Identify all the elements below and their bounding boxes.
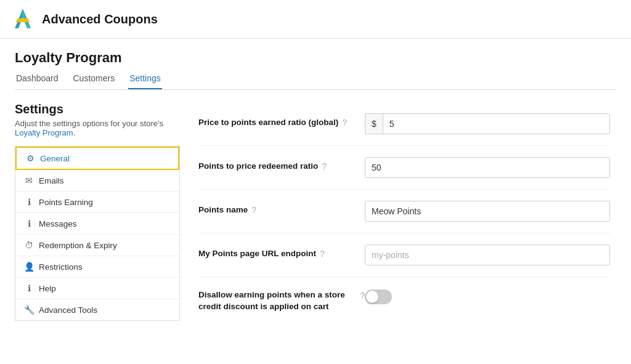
field-group-url-endpoint	[365, 245, 610, 265]
content-area: Settings Adjust the settings options for…	[15, 102, 616, 324]
tab-customers[interactable]: Customers	[72, 70, 116, 89]
sidebar-item-emails[interactable]: ✉ Emails	[15, 170, 179, 192]
main-form: Price to points earned ratio (global) ? …	[180, 102, 616, 324]
tabs: Dashboard Customers Settings	[15, 70, 616, 90]
sidebar: Settings Adjust the settings options for…	[15, 102, 180, 324]
label-group-price-to-points: Price to points earned ratio (global) ?	[198, 113, 365, 129]
page: Loyalty Program Dashboard Customers Sett…	[0, 39, 631, 324]
toggle-track	[365, 289, 392, 304]
help-icon: ℹ	[24, 283, 34, 293]
sidebar-label-general: General	[40, 154, 70, 163]
sidebar-label-help: Help	[39, 284, 56, 293]
help-icon-url-endpoint[interactable]: ?	[320, 249, 325, 259]
sidebar-item-help[interactable]: ℹ Help	[15, 278, 179, 299]
field-group-disallow	[365, 288, 610, 304]
email-icon: ✉	[24, 176, 34, 185]
info-icon-earning: ℹ	[24, 197, 34, 207]
header: Advanced Coupons	[0, 0, 631, 39]
help-icon-disallow[interactable]: ?	[360, 291, 365, 301]
label-url-endpoint: My Points page URL endpoint	[198, 248, 316, 260]
gear-icon: ⚙	[25, 153, 35, 163]
help-icon-price-to-points[interactable]: ?	[342, 118, 347, 127]
label-group-url-endpoint: My Points page URL endpoint ?	[198, 245, 365, 260]
page-title: Loyalty Program	[15, 50, 616, 66]
description-prefix: Adjust the settings options for your sto…	[15, 119, 163, 128]
tab-dashboard[interactable]: Dashboard	[15, 70, 60, 89]
input-points-to-price[interactable]	[365, 157, 610, 178]
label-disallow: Disallow earning points when a store cre…	[198, 289, 356, 313]
toggle-thumb	[366, 291, 378, 303]
sidebar-label-restrictions: Restrictions	[39, 262, 83, 272]
field-price-to-points: Price to points earned ratio (global) ? …	[198, 102, 610, 146]
tab-settings[interactable]: Settings	[128, 70, 162, 89]
label-group-points-to-price: Points to price redeemed ratio ?	[198, 157, 365, 172]
field-url-endpoint: My Points page URL endpoint ?	[198, 233, 610, 277]
field-disallow-toggle: Disallow earning points when a store cre…	[198, 277, 610, 324]
sidebar-item-points-earning[interactable]: ℹ Points Earning	[15, 192, 179, 213]
description-link[interactable]: Loyalty Program	[15, 128, 73, 137]
label-group-disallow: Disallow earning points when a store cre…	[198, 288, 365, 313]
settings-heading: Settings	[15, 102, 180, 116]
logo-icon	[10, 6, 36, 32]
sidebar-item-general[interactable]: ⚙ General	[15, 147, 179, 170]
sidebar-label-emails: Emails	[39, 176, 64, 185]
toggle-disallow-earning[interactable]	[365, 289, 392, 304]
label-price-to-points: Price to points earned ratio (global)	[198, 117, 338, 129]
field-group-points-to-price	[365, 157, 610, 178]
sidebar-item-messages[interactable]: ℹ Messages	[15, 213, 179, 235]
help-icon-points-name[interactable]: ?	[251, 205, 256, 215]
sidebar-label-advanced-tools: Advanced Tools	[39, 305, 97, 315]
sidebar-item-redemption-expiry[interactable]: ⏱ Redemption & Expiry	[15, 235, 179, 256]
sidebar-item-restrictions[interactable]: 👤 Restrictions	[15, 256, 179, 278]
input-price-to-points[interactable]	[383, 113, 610, 134]
settings-description: Adjust the settings options for your sto…	[15, 119, 180, 137]
sidebar-item-advanced-tools[interactable]: 🔧 Advanced Tools	[15, 299, 179, 320]
sidebar-label-redemption: Redemption & Expiry	[39, 241, 117, 250]
sidebar-menu: ⚙ General ✉ Emails ℹ Points Earning ℹ Me…	[15, 146, 180, 321]
sidebar-label-messages: Messages	[39, 219, 77, 229]
field-points-to-price: Points to price redeemed ratio ?	[198, 146, 610, 190]
label-points-name: Points name	[198, 204, 248, 216]
input-points-name[interactable]	[365, 201, 610, 222]
clock-icon: ⏱	[24, 240, 34, 250]
wrench-icon: 🔧	[24, 305, 34, 315]
sidebar-label-points-earning: Points Earning	[39, 198, 93, 207]
field-group-price-to-points: $	[365, 113, 610, 134]
help-icon-points-to-price[interactable]: ?	[322, 161, 327, 171]
input-url-endpoint[interactable]	[365, 245, 610, 265]
field-points-name: Points name ?	[198, 190, 610, 233]
dollar-prefix: $	[365, 113, 383, 134]
label-group-points-name: Points name ?	[198, 201, 365, 216]
field-group-points-name	[365, 201, 610, 222]
info-icon-messages: ℹ	[24, 219, 34, 229]
description-suffix: .	[73, 128, 76, 137]
header-title: Advanced Coupons	[42, 12, 158, 26]
label-points-to-price: Points to price redeemed ratio	[198, 161, 318, 172]
user-icon: 👤	[24, 262, 34, 272]
svg-marker-2	[16, 18, 30, 22]
